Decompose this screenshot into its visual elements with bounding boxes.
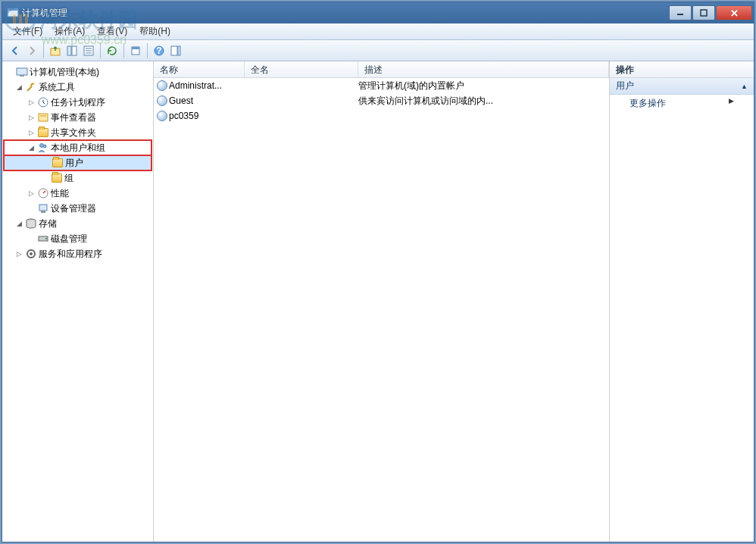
window-title: 计算机管理 — [22, 7, 668, 20]
list-row[interactable]: Guest 供来宾访问计算机或访问域的内... — [154, 93, 609, 108]
tree-services-apps[interactable]: ▷ 服务和应用程序 — [4, 246, 152, 261]
action-link-label: 更多操作 — [629, 97, 666, 109]
list-row[interactable]: Administrat... 管理计算机(域)的内置帐户 — [154, 78, 609, 93]
tree-label: 用户 — [65, 157, 83, 170]
storage-icon — [25, 217, 37, 230]
main-body: 计算机管理(本地) ◢ 系统工具 ▷ 任务计划程序 ▷ 事件查看器 — [2, 61, 754, 542]
svg-rect-19 — [20, 75, 24, 77]
expander-expand-icon: ▷ — [27, 128, 36, 137]
cell-name: pc0359 — [169, 111, 198, 121]
refresh-button[interactable] — [104, 42, 120, 59]
tree-label: 服务和应用程序 — [39, 248, 102, 261]
toolbar-separator — [43, 43, 44, 58]
collapse-icon: ▲ — [741, 83, 748, 90]
cell-desc: 供来宾访问计算机或访问域的内... — [358, 95, 609, 108]
submenu-arrow-icon: ▶ — [729, 97, 734, 109]
svg-point-24 — [43, 145, 46, 148]
action-panel: 操作 用户 ▲ 更多操作 ▶ — [610, 61, 754, 542]
action-more[interactable]: 更多操作 ▶ — [610, 95, 754, 111]
tree-groups[interactable]: 组 — [4, 170, 152, 186]
action-category-label: 用户 — [616, 80, 634, 92]
tree-storage[interactable]: ◢ 存储 — [4, 216, 152, 231]
list-rows: Administrat... 管理计算机(域)的内置帐户 Guest 供来宾访问… — [154, 78, 609, 542]
folder-icon — [52, 157, 64, 169]
expander-icon — [40, 174, 49, 183]
expander-expand-icon: ▷ — [14, 249, 23, 258]
tree-label: 磁盘管理 — [51, 233, 87, 245]
tree-users[interactable]: 用户 — [4, 155, 152, 170]
tree-task-scheduler[interactable]: ▷ 任务计划程序 — [4, 95, 152, 110]
svg-rect-7 — [72, 46, 77, 55]
clock-icon — [37, 96, 49, 108]
cell-desc: 管理计算机(域)的内置帐户 — [358, 80, 609, 92]
expander-collapse-icon: ◢ — [14, 83, 23, 92]
tree-event-viewer[interactable]: ▷ 事件查看器 — [4, 110, 152, 125]
expander-collapse-icon: ◢ — [14, 219, 23, 228]
tree-label: 事件查看器 — [51, 111, 96, 124]
export-list-button[interactable] — [127, 42, 144, 59]
device-icon — [37, 202, 49, 214]
minimize-button[interactable] — [669, 5, 692, 20]
show-hide-tree-button[interactable] — [64, 42, 80, 59]
tree-root[interactable]: 计算机管理(本地) — [4, 64, 152, 80]
toolbar-separator — [100, 43, 101, 58]
tree-shared-folders[interactable]: ▷ 共享文件夹 — [4, 125, 152, 140]
toolbar-separator — [123, 43, 124, 58]
svg-rect-27 — [41, 211, 45, 213]
cell-name: Administrat... — [169, 80, 222, 91]
svg-rect-18 — [17, 68, 27, 75]
tree-performance[interactable]: ▷ 性能 — [4, 186, 152, 201]
nav-forward-button[interactable] — [23, 42, 40, 59]
tree-system-tools[interactable]: ◢ 系统工具 — [4, 80, 152, 95]
user-icon — [157, 111, 167, 121]
svg-rect-2 — [8, 8, 18, 11]
expander-collapse-icon: ◢ — [27, 143, 36, 152]
tree-label: 任务计划程序 — [51, 96, 105, 109]
svg-rect-16 — [171, 46, 177, 55]
col-fullname[interactable]: 全名 — [245, 61, 358, 77]
list-panel: 名称 全名 描述 Administrat... 管理计算机(域)的内置帐户 Gu… — [154, 61, 610, 542]
disk-icon — [37, 233, 49, 245]
up-level-button[interactable] — [47, 42, 64, 59]
tree-label: 计算机管理(本地) — [30, 66, 99, 79]
help-button[interactable]: ? — [151, 42, 167, 59]
close-button[interactable]: ✕ — [716, 5, 752, 20]
action-category[interactable]: 用户 ▲ — [610, 78, 754, 95]
menu-help[interactable]: 帮助(H) — [133, 23, 177, 39]
titlebar[interactable]: 计算机管理 ✕ — [2, 2, 754, 23]
folder-icon — [51, 172, 63, 184]
menu-file[interactable]: 文件(F) — [7, 23, 48, 39]
menu-action[interactable]: 操作(A) — [48, 23, 91, 39]
col-name[interactable]: 名称 — [154, 61, 245, 77]
tree-device-manager[interactable]: 设备管理器 — [4, 201, 152, 216]
tree-label: 性能 — [51, 187, 69, 200]
expander-icon — [5, 67, 14, 77]
toolbar: ? — [2, 40, 754, 61]
app-window: 计算机管理 ✕ 文件(F) 操作(A) 查看(V) 帮助(H) ? — [2, 2, 754, 542]
svg-point-32 — [30, 252, 33, 255]
list-row[interactable]: pc0359 — [154, 108, 609, 123]
svg-rect-26 — [39, 205, 47, 211]
svg-rect-13 — [132, 47, 139, 49]
svg-rect-4 — [701, 10, 707, 16]
tools-icon — [25, 81, 37, 93]
action-panel-header: 操作 — [610, 61, 754, 78]
shared-folder-icon — [37, 127, 49, 139]
col-desc[interactable]: 描述 — [358, 61, 609, 77]
svg-rect-17 — [178, 46, 180, 55]
tree-label: 设备管理器 — [51, 202, 96, 215]
performance-icon — [37, 187, 49, 199]
tree-disk-management[interactable]: 磁盘管理 — [4, 231, 152, 246]
menu-view[interactable]: 查看(V) — [91, 23, 133, 39]
expander-expand-icon: ▷ — [27, 189, 36, 198]
tree-local-users-groups[interactable]: ◢ 本地用户和组 — [4, 140, 152, 155]
list-header: 名称 全名 描述 — [154, 61, 609, 78]
nav-back-button[interactable] — [7, 42, 23, 59]
services-icon — [25, 248, 37, 260]
users-groups-icon — [37, 142, 49, 154]
event-icon — [37, 111, 49, 123]
maximize-button[interactable] — [692, 5, 715, 20]
svg-rect-6 — [67, 46, 71, 55]
properties-button[interactable] — [80, 42, 97, 59]
show-action-pane-button[interactable] — [167, 42, 184, 59]
